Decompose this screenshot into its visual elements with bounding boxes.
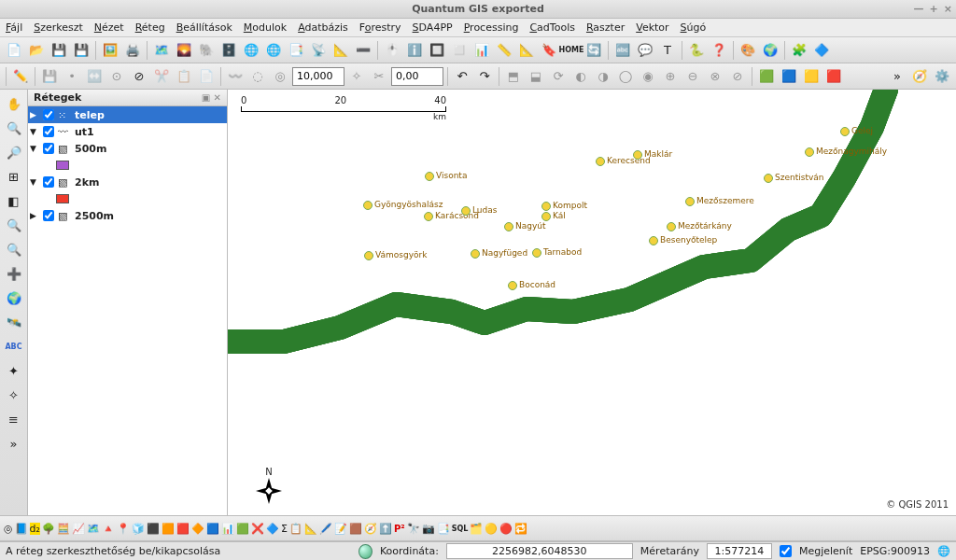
menu-view[interactable]: Nézet bbox=[94, 21, 124, 34]
rotate-point-icon[interactable]: ⟳ bbox=[548, 66, 569, 87]
plugin-28-icon[interactable]: P² bbox=[394, 524, 405, 534]
measure-icon[interactable]: 📏 bbox=[494, 40, 514, 61]
layer-item-500m[interactable]: ▼▧500m bbox=[28, 140, 227, 157]
new-project-icon[interactable]: 📄 bbox=[4, 40, 24, 61]
plugin-30-icon[interactable]: 📷 bbox=[422, 523, 435, 535]
merge-attributes-icon[interactable]: ⬓ bbox=[526, 66, 546, 87]
cad-tools-d-icon[interactable]: ◉ bbox=[638, 66, 658, 87]
decoration-c-icon[interactable]: ≡ bbox=[3, 409, 25, 429]
menu-plugins[interactable]: Modulok bbox=[244, 21, 287, 34]
projection-icon[interactable]: 🌐 bbox=[937, 545, 950, 557]
plugin-group-d-icon[interactable]: 🟥 bbox=[823, 66, 844, 87]
plugin-21-icon[interactable]: 📋 bbox=[289, 523, 302, 535]
move-feature-icon[interactable]: ↔️ bbox=[84, 66, 105, 87]
menu-processing[interactable]: Processing bbox=[464, 21, 519, 34]
plugin-25-icon[interactable]: 🟫 bbox=[349, 523, 362, 535]
menu-database[interactable]: Adatbázis bbox=[298, 21, 348, 34]
python-console-icon[interactable]: 🐍 bbox=[686, 40, 707, 61]
bookmarks-icon[interactable]: 🔖 bbox=[539, 40, 559, 61]
add-spatialite-icon[interactable]: 🗄️ bbox=[218, 40, 239, 61]
plugin-23-icon[interactable]: 🖊️ bbox=[319, 523, 332, 535]
cad-tools-h-icon[interactable]: ⊘ bbox=[727, 66, 748, 87]
plugin-16-icon[interactable]: 📊 bbox=[221, 523, 234, 535]
add-raster-icon[interactable]: 🌄 bbox=[174, 40, 194, 61]
save-project-icon[interactable]: 💾 bbox=[49, 40, 69, 61]
menu-sda4pp[interactable]: SDA4PP bbox=[413, 21, 453, 34]
menu-forestry[interactable]: Forestry bbox=[359, 21, 401, 34]
plugin-group-a-icon[interactable]: 🟩 bbox=[756, 66, 777, 87]
toggle-editing-icon[interactable]: ✏️ bbox=[10, 66, 31, 87]
remove-layer-icon[interactable]: ➖ bbox=[353, 40, 373, 61]
plugin-36-icon[interactable]: 🔁 bbox=[514, 523, 527, 535]
zoom-full-icon[interactable]: ⊞ bbox=[3, 166, 25, 187]
menu-settings[interactable]: Beállítások bbox=[176, 21, 232, 34]
overflow-icon[interactable]: » bbox=[887, 66, 907, 87]
label-icon[interactable]: 🔤 bbox=[612, 40, 633, 61]
add-wms-icon[interactable]: 🌐 bbox=[241, 40, 261, 61]
panel-controls-icon[interactable]: ▣ ✕ bbox=[202, 92, 221, 103]
scale-field[interactable]: 1:577214 bbox=[707, 543, 772, 559]
nav-pointer-icon[interactable]: 🖱️ bbox=[382, 40, 402, 61]
crs-globe-icon[interactable] bbox=[358, 544, 373, 559]
delete-selected-icon[interactable]: ⊘ bbox=[129, 66, 149, 87]
refresh-canvas-icon[interactable]: 🌍 bbox=[3, 287, 25, 308]
zoom-in-icon[interactable]: 🔍 bbox=[3, 118, 25, 138]
plugin-06-icon[interactable]: 📈 bbox=[72, 523, 85, 535]
gps-icon[interactable]: 🛰️ bbox=[3, 312, 25, 332]
plugin-01-icon[interactable]: ◎ bbox=[4, 523, 13, 535]
zoom-out-icon[interactable]: 🔎 bbox=[3, 142, 25, 162]
add-csv-icon[interactable]: 📑 bbox=[286, 40, 306, 61]
open-project-icon[interactable]: 📂 bbox=[26, 40, 47, 61]
identify-icon[interactable]: ℹ️ bbox=[404, 40, 425, 61]
map-canvas[interactable]: 0 20 40 km N © QGIS 2011 VisontaGyöngyös… bbox=[228, 90, 956, 515]
plugin-18-icon[interactable]: ❌ bbox=[251, 523, 264, 535]
pan-icon[interactable]: ✋ bbox=[3, 93, 25, 114]
plugin-29-icon[interactable]: 🔭 bbox=[407, 523, 420, 535]
cad-tools-a-icon[interactable]: ◐ bbox=[570, 66, 591, 87]
plugin-sql-icon[interactable]: SQL bbox=[452, 525, 469, 533]
add-part-icon[interactable]: ◎ bbox=[270, 66, 290, 87]
plugin-13-icon[interactable]: 🟥 bbox=[176, 523, 190, 535]
minimize-icon[interactable]: — bbox=[914, 3, 924, 15]
plugin-11-icon[interactable]: ⬛ bbox=[147, 523, 160, 535]
redo-icon[interactable]: ↷ bbox=[474, 66, 495, 87]
text-annotation-icon[interactable]: T bbox=[657, 40, 678, 61]
menu-cadtools[interactable]: CadTools bbox=[529, 21, 575, 34]
decoration-label-icon[interactable]: ABC bbox=[3, 336, 25, 357]
close-icon[interactable]: × bbox=[944, 3, 952, 15]
new-composer-icon[interactable]: 🖼️ bbox=[100, 40, 120, 61]
merge-icon[interactable]: ⬒ bbox=[503, 66, 524, 87]
plugin-05-icon[interactable]: 🧮 bbox=[57, 523, 70, 535]
menu-layer[interactable]: Réteg bbox=[135, 21, 165, 34]
save-as-icon[interactable]: 💾 bbox=[71, 40, 91, 61]
cad-tools-c-icon[interactable]: ◯ bbox=[615, 66, 636, 87]
plugin-a-icon[interactable]: 🧩 bbox=[789, 40, 809, 61]
plugin-12-icon[interactable]: 🟧 bbox=[162, 523, 175, 535]
plugin-tail-b-icon[interactable]: ⚙️ bbox=[932, 66, 952, 87]
plugin-14-icon[interactable]: 🔶 bbox=[191, 523, 204, 535]
plugin-22-icon[interactable]: 📐 bbox=[304, 523, 317, 535]
layer-item-ut1[interactable]: ▼〰ut1 bbox=[28, 123, 227, 140]
maximize-icon[interactable]: + bbox=[930, 3, 938, 15]
zoom-next-icon[interactable]: ➕ bbox=[3, 263, 25, 284]
offset-input-1[interactable] bbox=[292, 67, 344, 86]
plugin-group-c-icon[interactable]: 🟨 bbox=[801, 66, 822, 87]
copy-icon[interactable]: 📋 bbox=[174, 66, 194, 87]
cad-tools-b-icon[interactable]: ◑ bbox=[593, 66, 613, 87]
plugin-07-icon[interactable]: 🗺️ bbox=[87, 523, 100, 535]
decoration-b-icon[interactable]: ✧ bbox=[3, 385, 25, 405]
left-overflow-icon[interactable]: » bbox=[3, 433, 25, 454]
new-shapefile-icon[interactable]: 📐 bbox=[330, 40, 351, 61]
plugin-33-icon[interactable]: 🗂️ bbox=[470, 523, 483, 535]
zoom-last-icon[interactable]: 🔍 bbox=[3, 239, 25, 259]
plugin-03-icon[interactable]: d₂ bbox=[30, 523, 40, 535]
plugin-17-icon[interactable]: 🟩 bbox=[236, 523, 249, 535]
plugin-20-icon[interactable]: Σ bbox=[281, 523, 288, 535]
layer-item-2500m[interactable]: ▶▧2500m bbox=[28, 207, 227, 224]
attribute-table-icon[interactable]: 📊 bbox=[471, 40, 492, 61]
cad-tools-e-icon[interactable]: ⊕ bbox=[660, 66, 681, 87]
reshape-icon[interactable]: ✧ bbox=[346, 66, 367, 87]
plugin-34-icon[interactable]: 🟡 bbox=[485, 523, 498, 535]
composer-manager-icon[interactable]: 🖨️ bbox=[122, 40, 143, 61]
help-icon[interactable]: ❓ bbox=[709, 40, 729, 61]
